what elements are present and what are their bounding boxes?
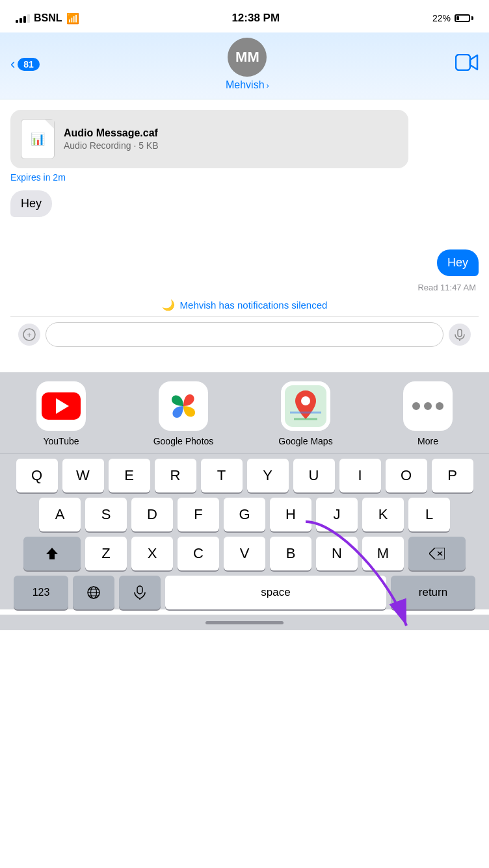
app-item-google-maps[interactable]: Google Maps	[267, 381, 345, 446]
delete-key[interactable]	[408, 537, 466, 570]
key-G[interactable]: G	[224, 498, 265, 531]
key-I[interactable]: I	[339, 459, 381, 492]
key-O[interactable]: O	[386, 459, 427, 492]
key-U[interactable]: U	[293, 459, 335, 492]
key-V[interactable]: V	[224, 537, 265, 570]
youtube-icon	[36, 381, 86, 431]
message-row-incoming-hey: Hey	[10, 190, 479, 217]
key-L[interactable]: L	[408, 498, 450, 531]
youtube-label: YouTube	[43, 436, 79, 446]
moon-icon: 🌙	[162, 299, 175, 311]
key-J[interactable]: J	[316, 498, 358, 531]
battery-icon	[455, 14, 473, 22]
svg-rect-18	[137, 586, 142, 594]
chevron-right-icon: ›	[267, 81, 269, 90]
key-Y[interactable]: Y	[247, 459, 289, 492]
more-label: More	[417, 436, 438, 446]
space-key[interactable]: space	[165, 576, 386, 609]
keyboard-row-1: Q W E R T Y U I O P	[3, 459, 486, 492]
signal-bars	[16, 14, 30, 23]
chevron-left-icon: ‹	[10, 57, 15, 71]
key-Q[interactable]: Q	[16, 459, 58, 492]
more-icon	[403, 381, 453, 431]
apps-button[interactable]: +	[18, 324, 40, 346]
google-maps-label: Google Maps	[278, 436, 332, 446]
contact-name[interactable]: Mehvish ›	[226, 79, 269, 91]
key-C[interactable]: C	[178, 537, 219, 570]
bubble-outgoing-hey: Hey	[437, 249, 479, 276]
status-bar: BSNL 📶 12:38 PM 22%	[0, 0, 489, 32]
key-K[interactable]: K	[362, 498, 404, 531]
audio-record-button[interactable]	[449, 324, 471, 346]
audio-filename: Audio Message.caf	[64, 127, 159, 139]
key-R[interactable]: R	[155, 459, 196, 492]
key-M[interactable]: M	[362, 537, 404, 570]
messages-area: 📊 Audio Message.caf Audio Recording · 5 …	[0, 99, 489, 372]
google-photos-label: Google Photos	[153, 436, 214, 446]
video-call-button[interactable]	[455, 54, 479, 75]
key-B[interactable]: B	[270, 537, 311, 570]
wifi-icon: 📶	[66, 12, 79, 25]
key-P[interactable]: P	[432, 459, 473, 492]
status-time: 12:38 PM	[231, 12, 280, 25]
bubble-incoming-hey: Hey	[10, 190, 52, 217]
return-key[interactable]: return	[391, 576, 475, 609]
app-item-more[interactable]: More	[389, 381, 467, 446]
key-T[interactable]: T	[201, 459, 243, 492]
notification-silenced: 🌙 Mehvish has notifications silenced	[10, 299, 479, 311]
read-receipt: Read 11:47 AM	[10, 283, 479, 292]
avatar: MM	[228, 38, 267, 77]
audio-file-icon: 📊	[21, 119, 55, 159]
back-badge: 81	[18, 58, 40, 71]
messages-wrapper: 📊 Audio Message.caf Audio Recording · 5 …	[0, 99, 489, 372]
expires-text: Expires in 2m	[10, 172, 479, 183]
message-row-outgoing-hey: Hey	[10, 249, 479, 276]
key-H[interactable]: H	[270, 498, 311, 531]
keyboard-row-2: A S D F G H J K L	[3, 498, 486, 531]
contact-header[interactable]: MM Mehvish ›	[226, 38, 269, 91]
back-button[interactable]: ‹ 81	[10, 57, 40, 71]
audio-info: Audio Message.caf Audio Recording · 5 KB	[64, 127, 159, 151]
key-X[interactable]: X	[131, 537, 173, 570]
audio-meta: Audio Recording · 5 KB	[64, 140, 159, 151]
key-S[interactable]: S	[85, 498, 127, 531]
audio-wave-icon: 📊	[31, 132, 45, 146]
message-input[interactable]	[46, 322, 443, 347]
carrier-label: BSNL	[34, 12, 62, 24]
key-D[interactable]: D	[131, 498, 173, 531]
nav-bar: ‹ 81 MM Mehvish ›	[0, 32, 489, 99]
key-N[interactable]: N	[316, 537, 358, 570]
keyboard-row-3: Z X C V B N M	[3, 537, 486, 570]
bottom-bar	[0, 615, 489, 630]
input-area: +	[10, 316, 479, 352]
svg-text:+: +	[27, 330, 32, 340]
globe-key[interactable]	[73, 576, 114, 609]
google-photos-icon	[159, 381, 208, 431]
key-W[interactable]: W	[62, 459, 104, 492]
key-E[interactable]: E	[109, 459, 150, 492]
home-indicator	[205, 621, 284, 624]
shift-key[interactable]	[23, 537, 81, 570]
status-right: 22%	[432, 13, 473, 23]
audio-message-bubble[interactable]: 📊 Audio Message.caf Audio Recording · 5 …	[10, 110, 408, 168]
battery-percent: 22%	[432, 13, 451, 23]
svg-rect-3	[458, 329, 462, 337]
google-maps-icon	[281, 381, 330, 431]
status-left: BSNL 📶	[16, 12, 79, 25]
num-key[interactable]: 123	[14, 576, 68, 609]
key-A[interactable]: A	[39, 498, 81, 531]
key-Z[interactable]: Z	[85, 537, 127, 570]
svg-rect-0	[456, 55, 470, 70]
svg-point-8	[301, 396, 310, 405]
app-item-youtube[interactable]: YouTube	[22, 381, 100, 446]
app-item-google-photos[interactable]: Google Photos	[144, 381, 222, 446]
keyboard: Q W E R T Y U I O P A S D F G H J K L Z …	[0, 453, 489, 609]
app-shortcuts-row: YouTube Google Photos	[0, 372, 489, 453]
keyboard-row-4: 123 space return	[3, 576, 486, 609]
key-F[interactable]: F	[178, 498, 219, 531]
mic-key[interactable]	[119, 576, 161, 609]
